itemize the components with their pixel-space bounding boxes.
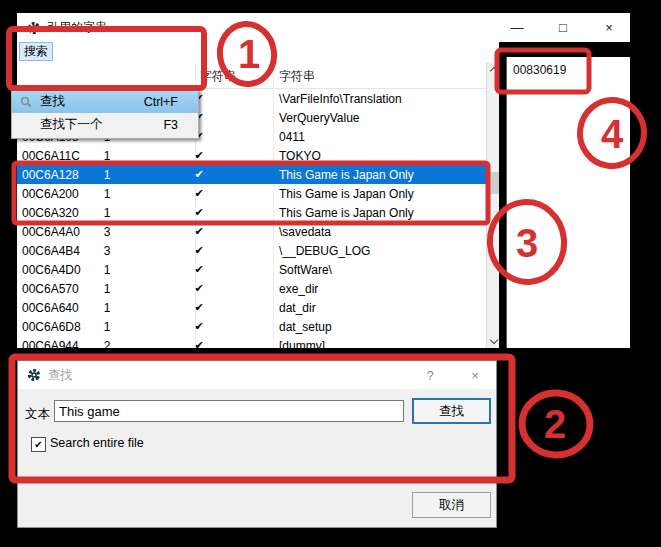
table-row[interactable]: 00C6A200 1 ✔ This Game is Japan Only <box>17 184 486 203</box>
menu-item-label: 查找 <box>40 93 144 110</box>
find-button[interactable]: 查找 <box>412 398 491 424</box>
table-row[interactable]: 00C6A320 1 ✔ This Game is Japan Only <box>17 203 486 222</box>
table-row[interactable]: 00C6A570 1 ✔ exe_dir <box>17 279 486 298</box>
check-icon: ✔ <box>184 149 214 162</box>
row-address: 00C6A640 <box>17 301 92 315</box>
row-count: 1 <box>92 301 122 315</box>
header-string-2[interactable]: 字符串 <box>279 68 315 85</box>
scrollbar-thumb[interactable] <box>488 172 499 194</box>
maximize-icon[interactable]: □ <box>540 13 586 42</box>
row-count: 1 <box>92 320 122 334</box>
table-scrollbar[interactable] <box>486 62 500 348</box>
menu-item-shortcut: Ctrl+F <box>144 95 178 109</box>
row-string: \__DEBUG_LOG <box>279 244 370 258</box>
menu-item-find-next[interactable]: 查找下一个 F3 <box>12 113 198 136</box>
row-string: SoftWare\ <box>279 263 332 277</box>
row-address: 00C6A11C <box>17 149 92 163</box>
annotation-circle-2 <box>520 391 592 458</box>
row-address: 00C6A4D0 <box>17 263 92 277</box>
text-field-label: 文本 <box>25 406 50 423</box>
side-panel: 00830619 <box>506 57 630 348</box>
row-string: exe_dir <box>279 282 318 296</box>
menu-bar: 搜索 查找 Ctrl+F 查找下一个 F3 <box>17 42 499 62</box>
menu-item-label: 查找下一个 <box>40 116 163 133</box>
row-count: 1 <box>92 282 122 296</box>
row-string: This Game is Japan Only <box>279 187 414 201</box>
row-count: 2 <box>92 339 122 349</box>
row-count: 3 <box>92 244 122 258</box>
row-string: \VarFileInfo\Translation <box>279 92 402 106</box>
cancel-button[interactable]: 取消 <box>412 492 491 518</box>
checkbox-check-icon: ✔ <box>34 440 42 450</box>
row-address: 00C6A4B4 <box>17 244 92 258</box>
dialog-title: 查找 <box>48 367 72 384</box>
row-address: 00C6A570 <box>17 282 92 296</box>
screenshot-stage: 引用的字串 — □ × 搜索 查找 Ctrl+F <box>0 0 661 547</box>
pane-splitter[interactable] <box>499 42 506 348</box>
menu-item-shortcut: F3 <box>163 118 178 132</box>
search-dropdown-menu: 查找 Ctrl+F 查找下一个 F3 <box>11 89 199 139</box>
check-icon: ✔ <box>184 187 214 200</box>
row-count: 1 <box>92 149 122 163</box>
row-string: dat_dir <box>279 301 316 315</box>
check-icon: ✔ <box>184 339 214 348</box>
row-string: VerQueryValue <box>279 111 360 125</box>
row-address: 00C6A200 <box>17 187 92 201</box>
background-gap <box>499 42 630 57</box>
check-icon: ✔ <box>184 244 214 257</box>
check-icon: ✔ <box>184 320 214 333</box>
check-icon: ✔ <box>184 282 214 295</box>
row-count: 1 <box>92 206 122 220</box>
row-string: TOKYO <box>279 149 321 163</box>
chevron-down-icon <box>489 336 497 344</box>
strings-window: 引用的字串 — □ × 搜索 查找 Ctrl+F <box>17 13 630 348</box>
table-row[interactable]: 00C6A4A0 3 ✔ \savedata <box>17 222 486 241</box>
window-controls: — □ × <box>494 13 632 42</box>
row-string: This Game is Japan Only <box>279 168 414 182</box>
table-row[interactable]: 00C6A640 1 ✔ dat_dir <box>17 298 486 317</box>
menu-item-find[interactable]: 查找 Ctrl+F <box>12 90 198 113</box>
header-string-1[interactable]: 字符串 <box>200 68 236 85</box>
row-address: 00C6A944 <box>17 339 92 349</box>
dialog-title-bar: 查找 ? × <box>18 361 496 389</box>
table-row[interactable]: 00C6A128 1 ✔ This Game is Japan Only <box>17 165 486 184</box>
row-string: [dummy] <box>279 339 325 349</box>
check-icon: ✔ <box>184 225 214 238</box>
app-gear-icon <box>27 21 41 35</box>
row-address: 00C6A128 <box>17 168 92 182</box>
annotation-number-2: 2 <box>544 402 566 446</box>
menu-search[interactable]: 搜索 <box>19 42 53 61</box>
side-panel-value: 00830619 <box>513 63 630 77</box>
row-string: dat_setup <box>279 320 332 334</box>
close-icon[interactable]: × <box>586 13 632 42</box>
row-count: 1 <box>92 187 122 201</box>
check-icon: ✔ <box>184 301 214 314</box>
table-row[interactable]: 00C6A4D0 1 ✔ SoftWare\ <box>17 260 486 279</box>
table-row[interactable]: 00C6A4B4 3 ✔ \__DEBUG_LOG <box>17 241 486 260</box>
row-address: 00C6A320 <box>17 206 92 220</box>
table-header: 字符串 字符串 <box>17 62 486 89</box>
help-icon[interactable]: ? <box>420 366 440 384</box>
row-string: 0411 <box>279 130 305 144</box>
dialog-close-icon[interactable]: × <box>465 366 485 384</box>
magnifier-icon <box>12 96 40 108</box>
table-row[interactable]: 00C6A944 2 ✔ [dummy] <box>17 336 486 348</box>
row-string: This Game is Japan Only <box>279 206 414 220</box>
check-icon: ✔ <box>184 168 214 181</box>
row-count: 3 <box>92 225 122 239</box>
minimize-icon[interactable]: — <box>494 13 540 42</box>
row-address: 00C6A6D8 <box>17 320 92 334</box>
row-count: 1 <box>92 168 122 182</box>
search-entire-file-checkbox[interactable]: ✔ <box>31 437 46 452</box>
row-count: 1 <box>92 263 122 277</box>
table-row[interactable]: 00C6A6D8 1 ✔ dat_setup <box>17 317 486 336</box>
dialog-gear-icon <box>27 368 41 382</box>
row-string: \savedata <box>279 225 331 239</box>
find-dialog: 查找 ? × 文本 查找 ✔ Search entire file 取消 <box>17 360 497 528</box>
check-icon: ✔ <box>184 206 214 219</box>
row-address: 00C6A4A0 <box>17 225 92 239</box>
check-icon: ✔ <box>184 263 214 276</box>
find-text-input[interactable] <box>54 400 404 422</box>
window-title: 引用的字串 <box>47 19 107 36</box>
table-row[interactable]: 00C6A11C 1 ✔ TOKYO <box>17 146 486 165</box>
